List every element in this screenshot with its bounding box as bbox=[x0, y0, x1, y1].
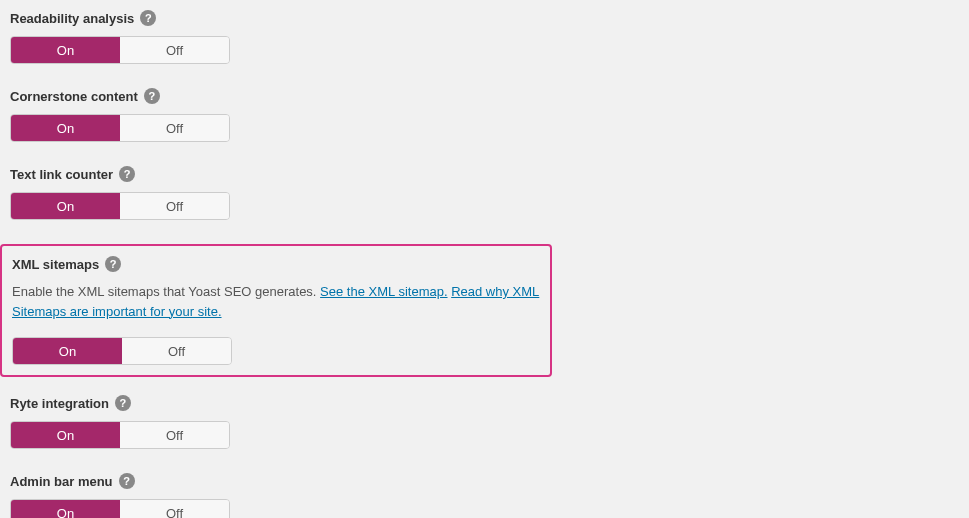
toggle-textlink[interactable]: On Off bbox=[10, 192, 230, 220]
link-see-xml-sitemap[interactable]: See the XML sitemap. bbox=[320, 284, 447, 299]
help-icon[interactable]: ? bbox=[144, 88, 160, 104]
setting-title-xml: XML sitemaps ? bbox=[12, 256, 540, 272]
help-icon[interactable]: ? bbox=[140, 10, 156, 26]
help-icon[interactable]: ? bbox=[115, 395, 131, 411]
toggle-on-button[interactable]: On bbox=[11, 422, 120, 448]
setting-title-adminbar: Admin bar menu ? bbox=[10, 473, 959, 489]
setting-title-readability: Readability analysis ? bbox=[10, 10, 959, 26]
setting-title-ryte: Ryte integration ? bbox=[10, 395, 959, 411]
toggle-on-button[interactable]: On bbox=[11, 500, 120, 518]
toggle-off-button[interactable]: Off bbox=[120, 115, 229, 141]
toggle-off-button[interactable]: Off bbox=[122, 338, 231, 364]
label-cornerstone: Cornerstone content bbox=[10, 89, 138, 104]
toggle-on-button[interactable]: On bbox=[11, 37, 120, 63]
toggle-ryte[interactable]: On Off bbox=[10, 421, 230, 449]
toggle-on-button[interactable]: On bbox=[11, 115, 120, 141]
setting-ryte: Ryte integration ? On Off bbox=[10, 395, 959, 449]
toggle-off-button[interactable]: Off bbox=[120, 37, 229, 63]
toggle-on-button[interactable]: On bbox=[11, 193, 120, 219]
toggle-xml[interactable]: On Off bbox=[12, 337, 232, 365]
label-readability: Readability analysis bbox=[10, 11, 134, 26]
setting-adminbar: Admin bar menu ? On Off bbox=[10, 473, 959, 518]
toggle-readability[interactable]: On Off bbox=[10, 36, 230, 64]
label-ryte: Ryte integration bbox=[10, 396, 109, 411]
label-textlink: Text link counter bbox=[10, 167, 113, 182]
settings-panel: Readability analysis ? On Off Cornerston… bbox=[0, 0, 969, 518]
toggle-on-button[interactable]: On bbox=[13, 338, 122, 364]
toggle-off-button[interactable]: Off bbox=[120, 500, 229, 518]
toggle-cornerstone[interactable]: On Off bbox=[10, 114, 230, 142]
toggle-off-button[interactable]: Off bbox=[120, 422, 229, 448]
xml-desc-text: Enable the XML sitemaps that Yoast SEO g… bbox=[12, 284, 320, 299]
setting-cornerstone: Cornerstone content ? On Off bbox=[10, 88, 959, 142]
setting-title-cornerstone: Cornerstone content ? bbox=[10, 88, 959, 104]
label-xml: XML sitemaps bbox=[12, 257, 99, 272]
xml-description: Enable the XML sitemaps that Yoast SEO g… bbox=[12, 282, 540, 321]
help-icon[interactable]: ? bbox=[119, 166, 135, 182]
help-icon[interactable]: ? bbox=[119, 473, 135, 489]
setting-title-textlink: Text link counter ? bbox=[10, 166, 959, 182]
setting-readability: Readability analysis ? On Off bbox=[10, 10, 959, 64]
label-adminbar: Admin bar menu bbox=[10, 474, 113, 489]
help-icon[interactable]: ? bbox=[105, 256, 121, 272]
setting-textlink: Text link counter ? On Off bbox=[10, 166, 959, 220]
toggle-adminbar[interactable]: On Off bbox=[10, 499, 230, 518]
toggle-off-button[interactable]: Off bbox=[120, 193, 229, 219]
setting-xml-sitemaps-highlighted: XML sitemaps ? Enable the XML sitemaps t… bbox=[0, 244, 552, 377]
